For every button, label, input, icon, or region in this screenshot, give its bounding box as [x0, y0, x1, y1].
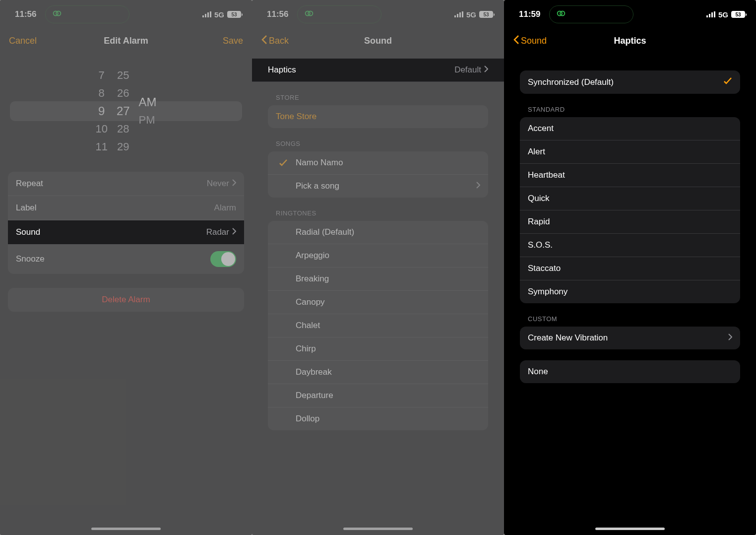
chevron-right-icon [728, 333, 732, 343]
svg-rect-4 [207, 12, 209, 17]
home-indicator[interactable] [91, 528, 161, 530]
alarm-options-list: Repeat Never Label Alarm Sound Radar Sno… [8, 172, 244, 274]
chevron-right-icon [476, 181, 480, 191]
custom-header: CUSTOM [512, 303, 748, 327]
network-label: 5G [718, 10, 728, 19]
network-label: 5G [466, 10, 476, 19]
haptic-row[interactable]: Staccato [520, 257, 740, 280]
time-picker[interactable]: 7 8 9 10 11 25 26 27 28 29 AM PM [0, 62, 252, 161]
tone-store-row[interactable]: Tone Store [268, 105, 488, 128]
status-bar: 11:59 5G 53 [504, 0, 756, 27]
ringtone-row[interactable]: Chirp [268, 337, 488, 361]
navbar: Sound Haptics [504, 27, 756, 55]
haptic-row[interactable]: Alert [520, 140, 740, 164]
snooze-row[interactable]: Snooze [8, 244, 244, 274]
create-vibration-row[interactable]: Create New Vibration [520, 327, 740, 349]
page-title: Edit Alarm [104, 36, 148, 46]
battery-icon: 53 [227, 11, 241, 18]
page-title: Haptics [614, 36, 646, 46]
ringtone-row[interactable]: Breaking [268, 268, 488, 291]
link-icon [52, 8, 63, 21]
standard-list: Accent Alert Heartbeat Quick Rapid S.O.S… [520, 117, 740, 303]
none-list: None [520, 360, 740, 383]
repeat-row[interactable]: Repeat Never [8, 172, 244, 196]
link-icon [304, 8, 315, 21]
standard-header: STANDARD [512, 94, 748, 117]
delete-alarm-button[interactable]: Delete Alarm [8, 288, 244, 312]
save-button[interactable]: Save [203, 36, 243, 46]
check-icon [276, 159, 291, 167]
song-selected-row[interactable]: Namo Namo [268, 151, 488, 175]
ringtone-row[interactable]: Dollop [268, 407, 488, 430]
network-label: 5G [214, 10, 224, 19]
svg-rect-10 [459, 12, 461, 17]
haptic-row[interactable]: S.O.S. [520, 234, 740, 257]
synchronized-row[interactable]: Synchronized (Default) [520, 70, 740, 94]
ringtone-row[interactable]: Daybreak [268, 361, 488, 384]
store-header: STORE [260, 82, 496, 105]
link-icon [556, 8, 567, 21]
check-icon [723, 77, 732, 87]
home-indicator[interactable] [595, 528, 665, 530]
edit-alarm-screen: 11:56 5G 53 Cancel Edit Alarm Save 7 8 [0, 0, 252, 535]
none-row[interactable]: None [520, 360, 740, 383]
status-time: 11:56 [267, 9, 288, 19]
custom-list: Create New Vibration [520, 327, 740, 349]
svg-rect-2 [202, 15, 204, 17]
haptics-row[interactable]: Haptics Default [252, 59, 504, 82]
status-time: 11:59 [519, 9, 540, 19]
store-list: Tone Store [268, 105, 488, 128]
svg-rect-9 [457, 14, 458, 17]
svg-rect-8 [454, 15, 456, 17]
signal-bars-icon [454, 10, 463, 19]
svg-rect-15 [709, 14, 710, 17]
haptic-row[interactable]: Quick [520, 187, 740, 210]
signal-bars-icon [202, 10, 211, 19]
back-button[interactable]: Back [261, 35, 301, 47]
haptics-screen: 11:59 5G 53 Sound Haptics Synchronize [504, 0, 756, 535]
sound-row[interactable]: Sound Radar [8, 220, 244, 244]
ringtones-list: Radial (Default) Arpeggio Breaking Canop… [268, 221, 488, 430]
page-title: Sound [364, 36, 392, 46]
ringtone-row[interactable]: Canopy [268, 291, 488, 314]
home-indicator[interactable] [343, 528, 413, 530]
svg-rect-16 [711, 12, 713, 17]
navbar: Cancel Edit Alarm Save [0, 27, 252, 55]
chevron-right-icon [484, 65, 488, 75]
ringtones-header: RINGTONES [260, 198, 496, 221]
haptic-row[interactable]: Symphony [520, 280, 740, 303]
svg-rect-17 [714, 11, 715, 17]
cancel-button[interactable]: Cancel [9, 36, 49, 46]
status-time: 11:56 [15, 9, 36, 19]
chevron-left-icon [261, 35, 268, 47]
battery-icon: 53 [731, 11, 745, 18]
ringtone-row[interactable]: Chalet [268, 314, 488, 337]
pick-song-row[interactable]: Pick a song [268, 175, 488, 198]
svg-rect-14 [706, 15, 708, 17]
chevron-right-icon [232, 179, 236, 189]
snooze-toggle[interactable] [210, 251, 236, 267]
svg-rect-3 [205, 14, 206, 17]
ringtone-row[interactable]: Radial (Default) [268, 221, 488, 244]
signal-bars-icon [706, 10, 715, 19]
svg-rect-5 [210, 11, 211, 17]
songs-header: SONGS [260, 128, 496, 151]
default-list: Synchronized (Default) [520, 70, 740, 94]
status-bar: 11:56 5G 53 [252, 0, 504, 27]
haptic-row[interactable]: Heartbeat [520, 164, 740, 187]
dynamic-island [297, 5, 381, 23]
chevron-right-icon [232, 227, 236, 237]
back-button[interactable]: Sound [513, 35, 553, 47]
ringtone-row[interactable]: Arpeggio [268, 244, 488, 268]
label-row[interactable]: Label Alarm [8, 196, 244, 220]
haptic-row[interactable]: Rapid [520, 210, 740, 234]
navbar: Back Sound [252, 27, 504, 55]
battery-icon: 53 [479, 11, 493, 18]
ringtone-row[interactable]: Departure [268, 384, 488, 407]
status-bar: 11:56 5G 53 [0, 0, 252, 27]
dynamic-island [45, 5, 129, 23]
svg-rect-11 [462, 11, 463, 17]
songs-list: Namo Namo Pick a song [268, 151, 488, 198]
sound-screen: 11:56 5G 53 Back Sound Haptics Default [252, 0, 504, 535]
haptic-row[interactable]: Accent [520, 117, 740, 140]
